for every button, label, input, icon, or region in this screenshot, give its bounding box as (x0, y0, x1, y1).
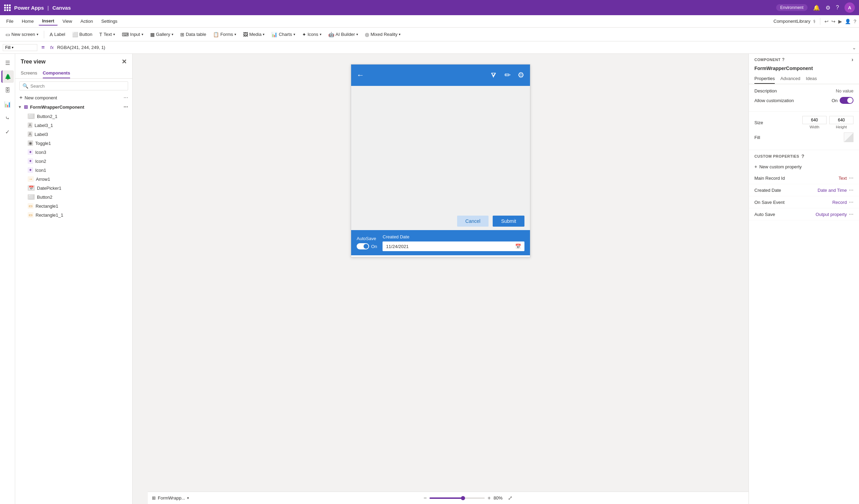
tab-screens[interactable]: Screens (21, 68, 37, 78)
screen-dropdown-icon[interactable]: ▾ (187, 496, 189, 500)
property-dropdown[interactable]: Fill ▾ (3, 44, 37, 51)
toolbar-new-screen[interactable]: ▭ New screen ▾ (3, 30, 41, 39)
height-field: Height (829, 116, 853, 129)
custom-properties-help-icon[interactable]: ? (801, 154, 804, 159)
waffle-icon[interactable] (4, 4, 11, 11)
settings-icon[interactable]: ⚙ (826, 4, 830, 11)
stethoscope-icon[interactable]: ⚕ (813, 19, 816, 24)
menu-home[interactable]: Home (18, 17, 37, 25)
tree-item-datepicker1[interactable]: 📅 DatePicker1 (15, 184, 132, 192)
menu-view[interactable]: View (59, 17, 76, 25)
prop-type: Text (839, 176, 847, 181)
component-section-label: COMPONENT ? › (749, 54, 859, 64)
sidebar-icon-data[interactable]: 🗄 (1, 84, 14, 97)
tree-panel: Tree view ✕ Screens Components 🔍 + New c… (15, 54, 133, 504)
menu-settings[interactable]: Settings (98, 17, 121, 25)
tree-item-label3-1[interactable]: A Label3_1 (15, 121, 132, 130)
tree-item-icon2[interactable]: ✦ Icon2 (15, 157, 132, 166)
toolbar-label[interactable]: A Label (47, 30, 68, 39)
sidebar-icon-checks[interactable]: ✓ (1, 126, 14, 138)
zoom-minus-button[interactable]: − (424, 495, 427, 501)
help-menu-icon[interactable]: ? (853, 19, 856, 24)
description-label: Description (754, 88, 777, 93)
play-icon[interactable]: ▶ (838, 19, 842, 24)
tree-item-rectangle1[interactable]: ▭ Rectangle1 (15, 201, 132, 210)
expand-formula-icon[interactable]: ⌄ (852, 45, 856, 50)
component-more-icon[interactable]: ··· (124, 104, 128, 110)
calendar-icon[interactable]: 📅 (515, 244, 521, 249)
redo-icon[interactable]: ↪ (831, 19, 836, 24)
filter-icon[interactable]: ⛛ (490, 71, 498, 80)
toolbar-gallery[interactable]: ▦ Gallery ▾ (147, 30, 176, 39)
tree-close-icon[interactable]: ✕ (122, 58, 127, 66)
tab-advanced[interactable]: Advanced (780, 74, 800, 84)
add-custom-property-button[interactable]: + New custom property (749, 161, 859, 172)
width-input[interactable] (802, 116, 827, 124)
menu-insert[interactable]: Insert (39, 17, 58, 26)
toolbar-ai-builder[interactable]: 🤖 AI Builder ▾ (326, 30, 361, 39)
tree-item-arrow1[interactable]: → Arrow1 (15, 175, 132, 184)
tree-tabs: Screens Components (15, 68, 132, 79)
tab-ideas[interactable]: Ideas (806, 74, 817, 84)
footer-date-input[interactable]: 11/24/2021 📅 (383, 241, 524, 251)
cancel-button[interactable]: Cancel (457, 216, 489, 227)
charts-icon: 📊 (271, 32, 277, 37)
fullscreen-icon[interactable]: ⤢ (508, 495, 512, 501)
user-avatar[interactable]: A (844, 2, 855, 13)
tree-item-icon3[interactable]: ✦ Icon3 (15, 148, 132, 157)
help-icon[interactable]: ? (836, 4, 839, 11)
rect-item-icon: ▭ (28, 203, 33, 209)
toolbar-charts[interactable]: 📊 Charts ▾ (269, 30, 298, 39)
submit-button[interactable]: Submit (493, 216, 524, 227)
prop-type: Record (832, 200, 847, 205)
tree-item-label3[interactable]: A Label3 (15, 130, 132, 139)
bell-icon[interactable]: 🔔 (813, 4, 820, 11)
search-input[interactable] (30, 83, 125, 89)
undo-icon[interactable]: ↩ (824, 19, 829, 24)
edit-icon[interactable]: ✏ (504, 71, 511, 80)
tree-item-toggle1[interactable]: ◉ Toggle1 (15, 139, 132, 148)
environment-pill[interactable]: Environment (776, 4, 808, 11)
toolbar-media[interactable]: 🖼 Media ▾ (240, 30, 267, 39)
add-component-button[interactable]: + New component ··· (15, 93, 132, 102)
zoom-plus-button[interactable]: + (488, 495, 491, 501)
prop-more-icon[interactable]: ··· (849, 175, 853, 181)
tree-item-button2[interactable]: ⬜ Button2 (15, 192, 132, 201)
component-library-label[interactable]: ComponentLibrary (773, 19, 810, 24)
sidebar-icon-menu[interactable]: ☰ (1, 57, 14, 69)
sidebar-icon-routes[interactable]: ⤷ (1, 112, 14, 124)
toolbar-mixed-reality[interactable]: ◎ Mixed Reality ▾ (362, 30, 403, 39)
prop-more-icon[interactable]: ··· (849, 199, 853, 205)
toolbar-input[interactable]: ⌨ Input ▾ (119, 30, 146, 39)
allow-customization-toggle[interactable] (840, 97, 853, 104)
user-icon[interactable]: 👤 (845, 19, 851, 24)
toolbar-icons[interactable]: ✦ Icons ▾ (299, 30, 324, 39)
tab-properties[interactable]: Properties (754, 74, 775, 84)
sidebar-icon-tree[interactable]: 🌲 (1, 70, 14, 83)
zoom-slider[interactable] (430, 497, 485, 499)
prop-more-icon[interactable]: ··· (849, 187, 853, 193)
gear-canvas-icon[interactable]: ⚙ (518, 71, 524, 80)
height-input[interactable] (829, 116, 853, 124)
created-date-label: Created Date (383, 234, 524, 239)
back-arrow-icon[interactable]: ← (357, 71, 364, 80)
component-help-icon[interactable]: ? (782, 57, 785, 62)
toolbar-button[interactable]: ⬜ Button (69, 30, 95, 39)
menu-action[interactable]: Action (77, 17, 96, 25)
tree-item-label: Label3 (35, 132, 48, 137)
toolbar-text[interactable]: T Text ▾ (96, 30, 117, 39)
toolbar-forms[interactable]: 📋 Forms ▾ (210, 30, 239, 39)
formula-input[interactable] (57, 45, 850, 50)
panel-collapse-icon[interactable]: › (851, 57, 853, 63)
tree-component-root[interactable]: ▼ ⊞ FormWrapperComponent ··· (15, 102, 132, 112)
prop-more-icon[interactable]: ··· (849, 211, 853, 217)
sidebar-icon-analytics[interactable]: 📊 (1, 98, 14, 110)
fill-color-swatch[interactable] (844, 132, 853, 142)
toggle-track[interactable] (357, 243, 369, 249)
tree-item-rectangle1-1[interactable]: ▭ Rectangle1_1 (15, 210, 132, 219)
tree-item-button2-1[interactable]: ⬜ Button2_1 (15, 112, 132, 121)
menu-file[interactable]: File (3, 17, 17, 25)
toolbar-data-table[interactable]: ⊞ Data table (177, 30, 209, 39)
tab-components[interactable]: Components (43, 68, 70, 78)
tree-item-icon1[interactable]: ✦ Icon1 (15, 166, 132, 175)
